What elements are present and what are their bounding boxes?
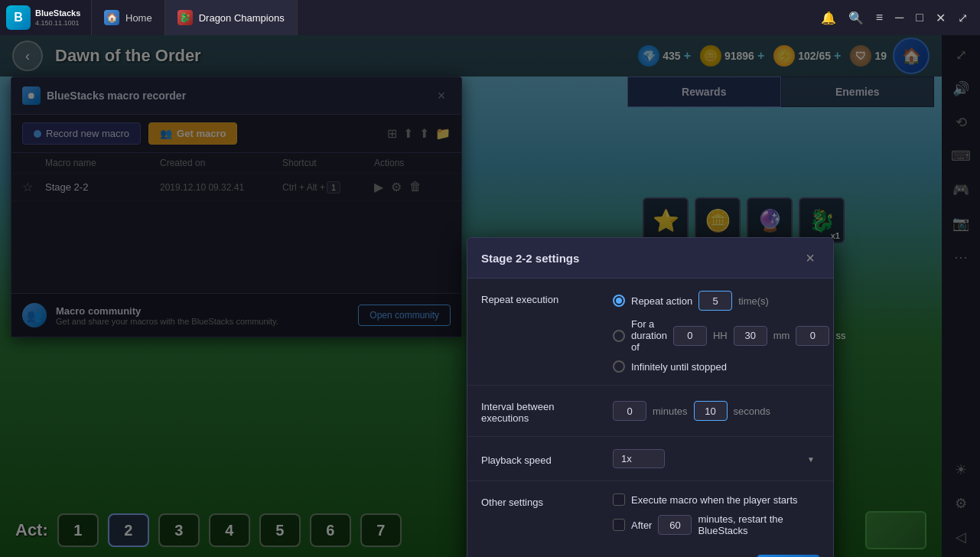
select-arrow-icon: ▼ (807, 454, 815, 463)
speed-select-wrapper: 0.25x 0.5x 1x 1.5x 2x ▼ (613, 449, 819, 468)
close-icon[interactable]: ✕ (936, 11, 946, 25)
interval-minutes-unit: minutes (653, 406, 688, 417)
notification-icon[interactable]: 🔔 (821, 11, 836, 25)
infinite-row: Infinitely until stopped (613, 360, 845, 373)
mm-label: mm (773, 330, 790, 341)
execute-on-start-label: Execute macro when the player starts (631, 494, 798, 506)
repeat-action-unit: time(s) (738, 295, 769, 307)
duration-row: For a duration of HH mm ss (613, 318, 845, 353)
dragon-tab-icon: 🐉 (177, 10, 193, 25)
hh-label: HH (713, 330, 728, 341)
modal-title: Stage 2-2 settings (481, 252, 801, 265)
playback-speed-section: Playback speed 0.25x 0.5x 1x 1.5x 2x ▼ (467, 437, 833, 481)
home-tab-icon: 🏠 (104, 10, 119, 25)
logo-name: BlueStacks (35, 8, 80, 18)
execute-on-start-checkbox[interactable] (613, 493, 625, 506)
infinite-label: Infinitely until stopped (631, 361, 727, 373)
duration-ss-input[interactable] (796, 326, 829, 346)
dragon-tab-label: Dragon Champions (199, 12, 285, 24)
modal-header: Stage 2-2 settings × (467, 238, 833, 278)
repeat-execution-section: Repeat execution Repeat action time(s) F… (467, 278, 833, 386)
tab-dragon-champions[interactable]: 🐉 Dragon Champions (165, 0, 298, 35)
repeat-action-label: Repeat action (631, 295, 692, 307)
maximize-icon[interactable]: □ (916, 11, 923, 24)
execute-on-start-row: Execute macro when the player starts (613, 493, 819, 506)
playback-speed-select[interactable]: 0.25x 0.5x 1x 1.5x 2x (613, 449, 665, 468)
logo-icon: B (6, 5, 31, 30)
repeat-options: Repeat action time(s) For a duration of … (613, 291, 845, 373)
top-bar-icons: 🔔 🔍 ≡ ─ □ ✕ ⤢ (809, 11, 980, 25)
logo-version: 4.150.11.1001 (35, 19, 80, 27)
other-settings-label: Other settings (481, 493, 604, 508)
search-icon[interactable]: 🔍 (848, 11, 864, 25)
duration-mm-input[interactable] (734, 326, 767, 346)
duration-label: For a duration of (631, 318, 667, 353)
duration-radio[interactable] (613, 330, 625, 342)
playback-speed-label: Playback speed (481, 451, 604, 466)
tab-home[interactable]: 🏠 Home (92, 0, 165, 35)
restart-after-row: After minutes, restart the BlueStacks (613, 513, 819, 536)
restart-after-checkbox[interactable] (613, 519, 625, 531)
interval-seconds-input[interactable] (694, 401, 728, 421)
infinite-radio[interactable] (613, 360, 625, 373)
restart-after-text: After (631, 520, 652, 531)
restart-minutes-input[interactable] (658, 515, 692, 535)
interval-seconds-unit: seconds (734, 406, 770, 417)
duration-hh-input[interactable] (673, 326, 707, 346)
home-tab-label: Home (125, 12, 152, 24)
expand-icon[interactable]: ⤢ (958, 11, 968, 25)
bluestacks-logo: B BlueStacks 4.150.11.1001 (0, 0, 92, 35)
restart-bluestacks-label: minutes, restart the BlueStacks (698, 513, 819, 536)
top-bar: B BlueStacks 4.150.11.1001 🏠 Home 🐉 Drag… (0, 0, 980, 35)
modal-close-button[interactable]: × (801, 249, 819, 267)
interval-minutes-input[interactable] (613, 401, 646, 421)
interval-row: minutes seconds (613, 401, 819, 421)
interval-section: Interval between executions minutes seco… (467, 386, 833, 437)
other-settings-section: Other settings Execute macro when the pl… (467, 481, 833, 549)
repeat-action-row: Repeat action time(s) (613, 291, 845, 311)
repeat-execution-label: Repeat execution (481, 291, 604, 305)
menu-icon[interactable]: ≡ (876, 11, 883, 24)
ss-label: ss (835, 330, 845, 341)
repeat-action-input[interactable] (698, 291, 732, 311)
minimize-icon[interactable]: ─ (895, 11, 903, 24)
repeat-action-radio[interactable] (613, 295, 625, 307)
interval-label: Interval between executions (481, 398, 604, 424)
settings-modal: Stage 2-2 settings × Repeat execution Re… (467, 237, 834, 557)
other-settings-options: Execute macro when the player starts Aft… (613, 493, 819, 536)
